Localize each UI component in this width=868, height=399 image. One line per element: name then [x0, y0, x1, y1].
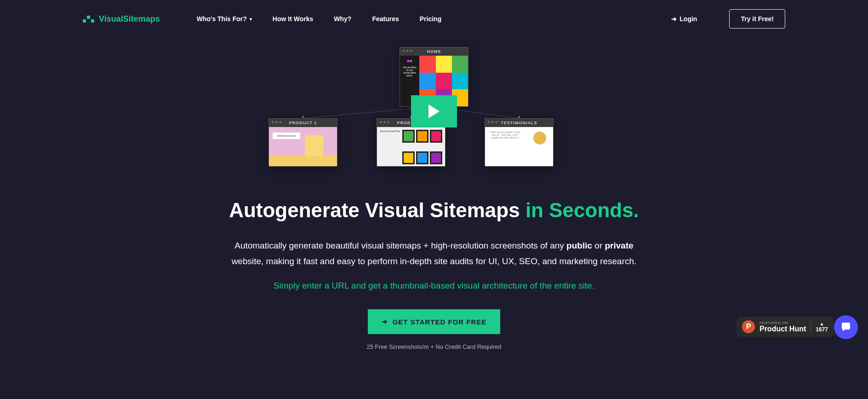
upvote-icon: ▲	[816, 321, 828, 326]
logo[interactable]: VisualSitemaps	[83, 14, 160, 24]
svg-point-3	[302, 116, 304, 118]
chat-widget-button[interactable]	[834, 315, 858, 339]
svg-point-5	[518, 116, 520, 118]
brand-text: VisualSitemaps	[99, 14, 160, 24]
product-hunt-badge[interactable]: P FEATURED ON Product Hunt ▲ 1677	[737, 317, 834, 337]
play-button[interactable]	[411, 95, 457, 127]
nav-links: Who's This For? ▾ How It Works Why? Feat…	[197, 15, 653, 23]
description: Automatically generate beautiful visual …	[223, 238, 645, 269]
nav-how[interactable]: How It Works	[273, 15, 313, 23]
sitemap-visual: HOME ⬤⬤ Say goodbye to your boring offic…	[273, 47, 595, 185]
nav-who[interactable]: Who's This For? ▾	[197, 15, 252, 23]
nav-why[interactable]: Why?	[334, 15, 351, 23]
navbar: VisualSitemaps Who's This For? ▾ How It …	[0, 0, 868, 38]
card-header: HOME	[400, 47, 468, 56]
chat-icon	[839, 321, 852, 334]
arrow-right-icon: ➜	[382, 318, 388, 326]
hero: HOME ⬤⬤ Say goodbye to your boring offic…	[0, 38, 868, 350]
get-started-button[interactable]: ➜ GET STARTED FOR FREE	[368, 309, 501, 334]
headline: Autogenerate Visual Sitemaps in Seconds.	[0, 199, 868, 222]
login-icon: ➜	[671, 15, 677, 23]
chevron-down-icon: ▾	[250, 17, 252, 22]
nav-pricing[interactable]: Pricing	[420, 15, 441, 23]
card-product1: PRODUCT 1 Stretched Canvas	[268, 118, 337, 167]
login-link[interactable]: ➜ Login	[671, 15, 697, 23]
logo-icon	[83, 16, 94, 23]
sub-description: Simply enter a URL and get a thumbnail-b…	[0, 281, 868, 291]
try-free-button[interactable]: Try it Free!	[729, 9, 785, 29]
card-testimonials: TESTIMONIALS " When we got puppies I wro…	[485, 118, 554, 167]
nav-features[interactable]: Features	[372, 15, 399, 23]
product-hunt-logo-icon: P	[742, 320, 755, 333]
cta-note: 25 Free Screenshots/m + No Credit Card R…	[0, 343, 868, 350]
